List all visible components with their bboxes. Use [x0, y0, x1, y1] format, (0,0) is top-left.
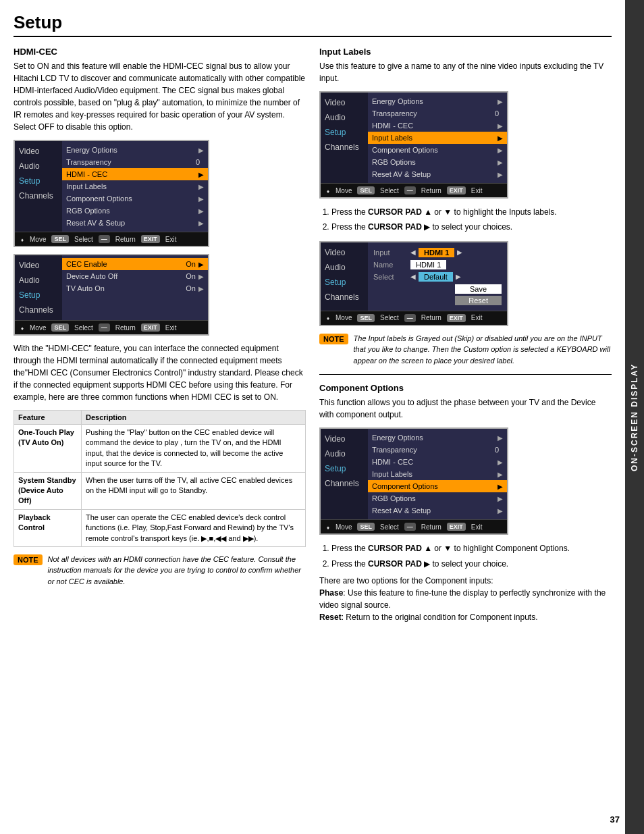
steps-input-labels: Press the CURSOR PAD ▲ or ▼ to highlight… — [331, 205, 612, 234]
page-title: Setup — [14, 12, 612, 37]
default-select-box: Default — [419, 272, 453, 282]
sel-btn-1: SEL — [51, 235, 69, 243]
menu2-cec-enable: CEC EnableOn▶ — [62, 258, 208, 270]
cec-desc: With the "HDMI-CEC" feature, you can int… — [14, 342, 306, 403]
tv-menu-ns-left: Video Audio Setup Channels — [321, 242, 368, 311]
page-number: 37 — [610, 814, 620, 825]
desc-standby: When the user turns off the TV, all acti… — [82, 472, 306, 509]
hdmi-cec-body: Set to ON and this feature will enable t… — [14, 60, 306, 133]
tv-menu-comp-right: Energy Options▶ Transparency0 HDMI - CEC… — [368, 429, 507, 519]
menu-row-input-labels: Input Labels▶ — [62, 180, 208, 192]
note-cec-text: Not all devices with an HDMI connection … — [48, 554, 306, 588]
feature-one-touch: One-Touch Play(TV Auto On) — [14, 425, 82, 473]
menu-row-component: Component Options▶ — [62, 192, 208, 205]
menu-row-energy: Energy Options▶ — [62, 144, 208, 156]
move-label: Move — [30, 236, 46, 243]
tv-menu-comp-bottom: ⬧Move SEL Select — Return EXIT Exit — [321, 519, 507, 533]
tv-menu-2-left: Video Audio Setup Channels — [15, 255, 62, 320]
note-cec: NOTE Not all devices with an HDMI connec… — [14, 554, 306, 588]
menu-item-video: Video — [19, 147, 58, 156]
menu2-setup: Setup — [19, 290, 58, 300]
table-row-standby: System Standby(Device Auto Off) When the… — [14, 472, 306, 509]
tv-menu-ns-bottom: ⬧Move SEL Select — Return EXIT Exit — [321, 311, 507, 325]
step-il-1: Press the CURSOR PAD ▲ or ▼ to highlight… — [331, 205, 612, 219]
note-input-labels: NOTE The Input labels is Grayed out (Ski… — [319, 333, 612, 367]
hdmi1-name-box: HDMI 1 — [410, 260, 446, 269]
component-title: Component Options — [319, 383, 612, 393]
note-cec-label: NOTE — [14, 554, 43, 565]
side-tab: ON-SCREEN DISPLAY — [625, 0, 644, 834]
tv-menu-comp-left: Video Audio Setup Channels — [321, 429, 368, 519]
hdmi1-input-box: HDMI 1 — [419, 248, 454, 257]
tv-menu-1-right: Energy Options▶ Transparency0 HDMI - CEC… — [62, 141, 208, 232]
tv-menu-il-bottom: ⬧Move SEL Select — Return EXIT Exit — [321, 183, 507, 197]
step-comp-2: Press the CURSOR PAD ▶ to select your ch… — [331, 557, 612, 571]
menu-row-reset: Reset AV & Setup▶ — [62, 217, 208, 229]
menu-row-comp-hl: Component Options▶ — [368, 480, 507, 492]
tv-menu-2-right: CEC EnableOn▶ Device Auto OffOn▶ TV Auto… — [62, 255, 208, 320]
tv-menu-1-left: Video Audio Setup Channels — [15, 141, 62, 232]
menu-row-il-hl: Input Labels▶ — [368, 132, 507, 144]
table-header-desc: Description — [82, 411, 306, 425]
menu-item-setup-active: Setup — [19, 176, 58, 186]
menu2-device-auto-off: Device Auto OffOn▶ — [62, 270, 208, 282]
exit-label-1: Exit — [165, 236, 177, 243]
menu-row-transparency: Transparency0 — [62, 156, 208, 168]
menu-item-channels: Channels — [19, 191, 58, 201]
return-btn-1: — — [99, 235, 110, 243]
sel-btn-2: SEL — [51, 323, 69, 332]
menu-row-hdmi-cec: HDMI - CEC▶ — [62, 168, 208, 180]
steps-component: Press the CURSOR PAD ▲ or ▼ to highlight… — [331, 542, 612, 571]
table-row-one-touch: One-Touch Play(TV Auto On) Pushing the "… — [14, 425, 306, 473]
desc-one-touch: Pushing the "Play" button on the CEC ena… — [82, 425, 306, 473]
tv-menu-2: Video Audio Setup Channels CEC EnableOn▶… — [14, 254, 209, 336]
tv-menu-component: Video Audio Setup Channels Energy Option… — [319, 427, 508, 535]
select-label-1: Select — [74, 236, 93, 243]
desc-playback: The user can operate the CEC enabled dev… — [82, 509, 306, 546]
menu2-video: Video — [19, 261, 58, 270]
hdmi-cec-title: HDMI-CEC — [14, 47, 306, 57]
step-il-2: Press the CURSOR PAD ▶ to select your ch… — [331, 220, 612, 234]
table-row-playback: Playback Control The user can operate th… — [14, 509, 306, 546]
section-component: Component Options This function allows y… — [319, 383, 612, 421]
return-label-1: Return — [115, 236, 136, 243]
note-il-text: The Input labels is Grayed out (Skip) or… — [354, 333, 612, 367]
tv-menu-2-bottom: ⬧Move SEL Select — Return EXIT Exit — [15, 320, 208, 334]
input-labels-body: Use this feature to give a name to any o… — [319, 60, 612, 84]
component-body: This function allows you to adjust the p… — [319, 396, 612, 421]
tv-menu-il-left: Video Audio Setup Channels — [321, 93, 368, 183]
feature-playback: Playback Control — [14, 509, 82, 546]
table-header-feature: Feature — [14, 411, 82, 425]
section-hdmi-cec: HDMI-CEC Set to ON and this feature will… — [14, 47, 306, 133]
menu2-tv-auto-on: TV Auto OnOn▶ — [62, 282, 208, 294]
menu-item-audio: Audio — [19, 161, 58, 171]
menu2-audio: Audio — [19, 276, 58, 285]
tv-menu-ns-right: Input ◀ HDMI 1 ▶ Name HDMI 1 — [368, 242, 507, 311]
feature-table: Feature Description One-Touch Play(TV Au… — [14, 410, 306, 547]
return-btn-2: — — [99, 323, 110, 332]
tv-menu-il-right: Energy Options▶ Transparency0 HDMI - CEC… — [368, 93, 507, 183]
menu2-channels: Channels — [19, 305, 58, 315]
divider-1 — [319, 374, 612, 375]
note-il-label: NOTE — [319, 334, 348, 344]
menu-row-rgb: RGB Options▶ — [62, 205, 208, 217]
tv-menu-name-selector: Video Audio Setup Channels Input ◀ — [319, 241, 508, 326]
tv-menu-input-labels: Video Audio Setup Channels Energy Option… — [319, 91, 508, 199]
exit-btn-1: EXIT — [141, 235, 160, 243]
input-labels-title: Input Labels — [319, 47, 612, 57]
exit-btn-2: EXIT — [141, 323, 160, 332]
section-input-labels: Input Labels Use this feature to give a … — [319, 47, 612, 84]
component-options-desc: There are two options for the Component … — [319, 575, 612, 623]
feature-standby: System Standby(Device Auto Off) — [14, 472, 82, 509]
tv-menu-1-bottom: ⬧Move SEL Select — Return EXIT Exit — [15, 232, 208, 246]
reset-box: Reset — [455, 296, 502, 305]
tv-menu-1: Video Audio Setup Channels Energy Option… — [14, 140, 209, 247]
save-box: Save — [455, 284, 502, 294]
step-comp-1: Press the CURSOR PAD ▲ or ▼ to highlight… — [331, 542, 612, 555]
